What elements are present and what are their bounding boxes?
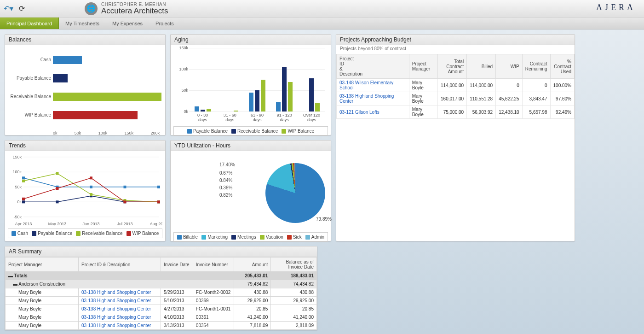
- widget-trends: Trends -50k0k50k100k150kApr 2013May 2013…: [5, 140, 166, 241]
- legend-item: Admin: [305, 234, 324, 240]
- svg-rect-34: [157, 200, 160, 203]
- legend-item: WIP Balance: [126, 231, 159, 236]
- balances-bar: [53, 111, 138, 119]
- balances-cat-label: WIP Balance: [8, 112, 51, 117]
- projects-col-header[interactable]: ProjectID&Description: [337, 54, 409, 79]
- projects-col-header[interactable]: WIP: [496, 54, 523, 79]
- widget-balances: Balances Cash Payable Balance Receivable…: [5, 34, 166, 135]
- logo: AJERA: [596, 3, 636, 12]
- svg-rect-32: [90, 176, 92, 179]
- pie-label-vacation: 0.84%: [219, 178, 232, 183]
- ar-col-header[interactable]: Invoice Date: [161, 258, 193, 272]
- widget-subtitle: Projects beyond 80% of contract: [336, 45, 575, 54]
- ar-col-header[interactable]: Project Manager: [6, 258, 79, 272]
- aging-bar: [309, 78, 314, 111]
- svg-rect-17: [90, 186, 92, 188]
- globe-icon[interactable]: 🌐: [85, 2, 98, 15]
- tab-my-expenses[interactable]: My Expenses: [106, 18, 149, 29]
- aging-chart: 0k50k100k150k0 - 30days31 - 60days61 - 9…: [173, 48, 328, 125]
- project-link[interactable]: 03-121 Gilson Lofts: [337, 105, 409, 119]
- ar-col-header[interactable]: Project ID & Description: [79, 258, 161, 272]
- table-row: Mary Boyle 03-138 Highland Shopping Cent…: [6, 297, 317, 305]
- widget-title: Projects Approaching Budget: [336, 35, 575, 45]
- trends-legend: CashPayable BalanceReceivable BalanceWIP…: [8, 229, 162, 238]
- pie-label-meetings: 0.67%: [219, 170, 232, 176]
- legend-item: Receivable Balance: [76, 231, 122, 236]
- legend-item: Marketing: [201, 234, 228, 240]
- widget-title: AR Summary: [5, 246, 317, 257]
- projects-col-header[interactable]: TotalContractAmount: [438, 54, 467, 79]
- svg-rect-25: [22, 180, 25, 182]
- widget-title: Aging: [171, 35, 331, 45]
- balances-bar: [53, 74, 68, 82]
- widget-projects: Projects Approaching Budget Projects bey…: [336, 34, 575, 241]
- balances-cat-label: Receivable Balance: [8, 94, 51, 99]
- projects-table: ProjectID&DescriptionProjectManagerTotal…: [336, 54, 575, 119]
- aging-bar: [234, 111, 238, 111]
- aging-bar: [315, 103, 320, 111]
- projects-col-header[interactable]: ContractRemaining: [522, 54, 550, 79]
- svg-rect-33: [124, 200, 126, 203]
- utilization-legend: BillableMarketingMeetingsVacationSickAdm…: [173, 232, 328, 242]
- ar-col-header[interactable]: Amount: [234, 258, 271, 272]
- aging-bar: [201, 110, 205, 111]
- back-icon[interactable]: ↶▾: [4, 4, 13, 13]
- utilization-chart: 17.40% 0.67% 0.84% 0.38% 0.82% 79.89%: [173, 154, 328, 232]
- nav-tabs: Principal Dashboard My Timesheets My Exp…: [0, 18, 644, 29]
- ar-col-header[interactable]: Invoice Number: [193, 258, 234, 272]
- legend-item: WIP Balance: [282, 129, 314, 134]
- svg-text:Jun 2013: Jun 2013: [82, 222, 99, 226]
- svg-text:50k: 50k: [15, 185, 22, 189]
- balances-cat-label: Payable Balance: [8, 76, 51, 81]
- project-link[interactable]: 03-138 Highland Shopping Center: [79, 288, 161, 297]
- widget-title: YTD Utilization - Hours: [171, 141, 331, 151]
- svg-text:-50k: -50k: [13, 215, 22, 219]
- project-link[interactable]: 03-138 Highland Shopping Center: [337, 92, 409, 105]
- table-row: 03-148 Wilson Elementary School Mary Boy…: [337, 79, 575, 92]
- aging-bar: [207, 109, 211, 111]
- projects-col-header[interactable]: ProjectManager: [409, 54, 437, 79]
- legend-item: Vacation: [260, 234, 283, 240]
- ar-col-header[interactable]: Balance as of Invoice Date: [271, 258, 317, 272]
- legend-item: Meetings: [231, 234, 256, 240]
- tab-my-timesheets[interactable]: My Timesheets: [59, 18, 106, 29]
- svg-text:150k: 150k: [12, 155, 22, 159]
- table-row: 03-121 Gilson Lofts Mary Boyle 75,000.00…: [337, 105, 575, 119]
- svg-text:100k: 100k: [12, 170, 22, 174]
- balances-chart: Cash Payable Balance Receivable Balance …: [8, 48, 162, 140]
- aging-bar: [261, 80, 265, 111]
- pie-label-marketing: 17.40%: [219, 162, 235, 167]
- widget-title: Balances: [5, 35, 165, 45]
- balances-cat-label: Cash: [8, 57, 51, 62]
- pie-label-admin: 0.82%: [219, 193, 232, 198]
- pie-label-billable: 79.89%: [316, 217, 332, 222]
- ar-totals-row[interactable]: ▬ Totals 205,433.01188,433.01: [6, 272, 317, 280]
- legend-item: Sick: [287, 234, 302, 240]
- project-link[interactable]: 03-148 Wilson Elementary School: [337, 79, 409, 92]
- refresh-icon[interactable]: ⟳: [19, 4, 25, 13]
- topbar: ↶▾ ⟳ 🌐 CHRISTOPHER E. MEEHAN Accutera Ar…: [0, 0, 644, 18]
- ar-group-row[interactable]: ▬ Anderson Construction 79,434.8274,434.…: [6, 280, 317, 288]
- svg-rect-27: [90, 193, 92, 196]
- legend-item: Cash: [12, 231, 28, 236]
- project-link[interactable]: 03-138 Highland Shopping Center: [79, 305, 161, 313]
- project-link[interactable]: 03-138 Highland Shopping Center: [79, 322, 161, 330]
- tab-projects[interactable]: Projects: [149, 18, 180, 29]
- balances-bar: [53, 56, 82, 64]
- legend-item: Payable Balance: [32, 231, 72, 236]
- tab-principal-dashboard[interactable]: Principal Dashboard: [0, 18, 59, 29]
- projects-col-header[interactable]: %ContractUsed: [550, 54, 575, 79]
- aging-bar: [276, 102, 281, 111]
- projects-col-header[interactable]: Billed: [467, 54, 496, 79]
- aging-legend: Payable BalanceReceivable BalanceWIP Bal…: [173, 126, 328, 136]
- widget-aging: Aging 0k50k100k150k0 - 30days31 - 60days…: [170, 34, 331, 135]
- project-link[interactable]: 03-138 Highland Shopping Center: [79, 313, 161, 322]
- widget-utilization: YTD Utilization - Hours 17.40% 0.67% 0.8…: [170, 140, 331, 241]
- aging-bar: [195, 106, 199, 111]
- pie-icon: [265, 163, 325, 223]
- project-link[interactable]: 03-138 Highland Shopping Center: [79, 297, 161, 305]
- aging-bar: [288, 82, 293, 111]
- widget-ar-summary: AR Summary Project Manager Project ID & …: [5, 246, 317, 330]
- aging-bar: [255, 90, 259, 111]
- svg-rect-15: [22, 176, 25, 179]
